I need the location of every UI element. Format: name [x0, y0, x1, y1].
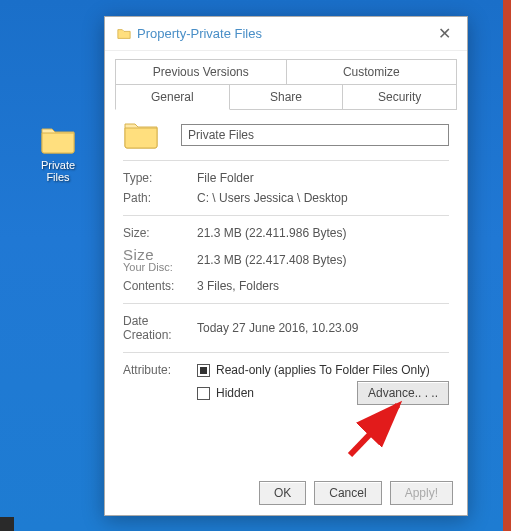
dialog-title: Property-Private Files — [137, 26, 429, 41]
general-panel: Private Files Type: File Folder Path: C:… — [105, 110, 467, 471]
dialog-button-row: OK Cancel Apply! — [105, 471, 467, 515]
tab-strip: Previous Versions Customize General Shar… — [105, 51, 467, 110]
disc-label: Size Your Disc: — [123, 246, 197, 273]
apply-button[interactable]: Apply! — [390, 481, 453, 505]
titlebar: Property-Private Files ✕ — [105, 17, 467, 51]
desktop-folder-label: Private Files — [28, 159, 88, 183]
type-label: Type: — [123, 171, 197, 185]
tab-previous-versions[interactable]: Previous Versions — [115, 59, 287, 85]
contents-label: Contents: — [123, 279, 197, 293]
size-value: 21.3 MB (22.411.986 Bytes) — [197, 226, 449, 240]
attribute-label: Attribute: — [123, 363, 197, 377]
properties-dialog: Property-Private Files ✕ Previous Versio… — [104, 16, 468, 516]
type-value: File Folder — [197, 171, 449, 185]
desktop-folder[interactable]: Private Files — [28, 125, 88, 183]
path-label: Path: — [123, 191, 197, 205]
tab-security[interactable]: Security — [343, 85, 457, 110]
contents-value: 3 Files, Folders — [197, 279, 449, 293]
decorative-right-bar — [503, 0, 511, 531]
hidden-label: Hidden — [216, 386, 254, 400]
date-value: Today 27 June 2016, 10.23.09 — [197, 321, 449, 335]
path-value: C: \ Users Jessica \ Desktop — [197, 191, 449, 205]
ok-button[interactable]: OK — [259, 481, 306, 505]
advance-button[interactable]: Advance.. . .. — [357, 381, 449, 405]
hidden-checkbox[interactable] — [197, 387, 210, 400]
name-input[interactable]: Private Files — [181, 124, 449, 146]
cancel-button[interactable]: Cancel — [314, 481, 381, 505]
divider — [123, 215, 449, 216]
readonly-checkbox[interactable] — [197, 364, 210, 377]
folder-large-icon — [123, 120, 159, 150]
disc-value: 21.3 MB (22.417.408 Bytes) — [197, 253, 449, 267]
tab-share[interactable]: Share — [230, 85, 344, 110]
tab-customize[interactable]: Customize — [287, 59, 458, 85]
tab-general[interactable]: General — [115, 85, 230, 110]
divider — [123, 303, 449, 304]
size-label: Size: — [123, 226, 197, 240]
divider — [123, 160, 449, 161]
decorative-corner — [0, 517, 14, 531]
close-button[interactable]: ✕ — [429, 24, 459, 43]
folder-small-icon — [117, 27, 131, 41]
readonly-label: Read-only (applies To Folder Files Only) — [216, 363, 430, 377]
divider — [123, 352, 449, 353]
date-label: Date Creation: — [123, 314, 197, 342]
folder-icon — [40, 125, 76, 155]
